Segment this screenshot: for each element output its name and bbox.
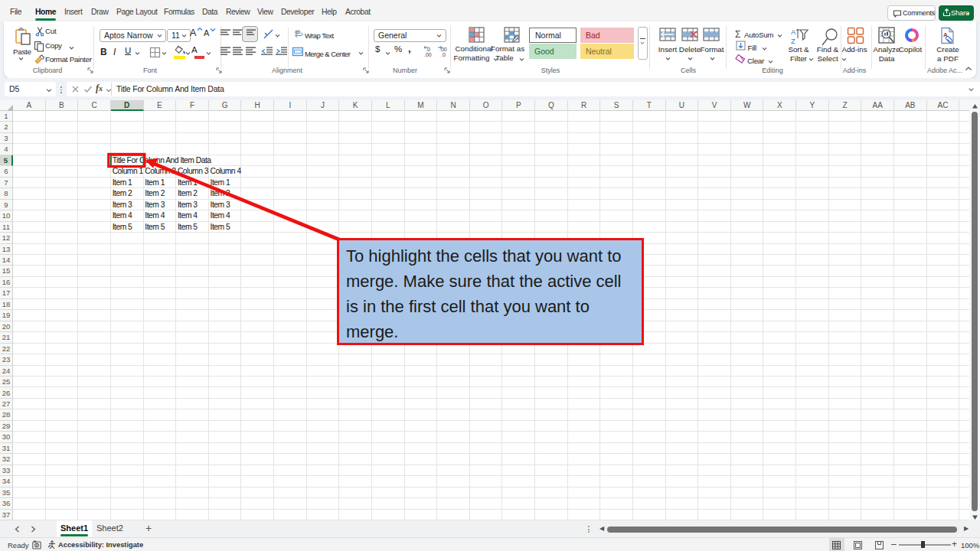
svg-text:A: A [791, 28, 796, 36]
svg-text:Z: Z [791, 37, 795, 45]
svg-text:.0: .0 [441, 52, 446, 57]
svg-text:ab: ab [295, 29, 301, 34]
svg-text:.00: .00 [424, 52, 432, 57]
